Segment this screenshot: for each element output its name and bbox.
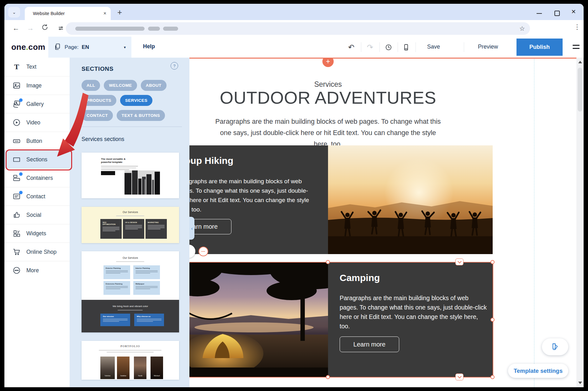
sidebar-item-widgets[interactable]: Widgets — [4, 224, 70, 242]
scrollbar-thumb[interactable] — [578, 68, 582, 112]
panel-title: SECTIONS — [82, 65, 114, 72]
window-minimize-button[interactable] — [537, 13, 542, 14]
portfolio-photo: Sabrina — [100, 357, 115, 379]
hiking-text-panel[interactable]: Group Hiking Paragraphs are the main bui… — [189, 145, 328, 254]
mobile-preview-icon[interactable] — [401, 43, 411, 52]
intro-paragraph[interactable]: Paragraphs are the main building blocks … — [214, 116, 442, 150]
hiking-learn-more-button[interactable]: Learn more — [189, 219, 231, 234]
thumb-card: MARKETING — [146, 219, 167, 239]
hiking-paragraph[interactable]: Paragraphs are the main building blocks … — [189, 177, 313, 214]
camping-learn-more-button[interactable]: Learn more — [340, 336, 399, 352]
scroll-down-arrow[interactable] — [578, 382, 582, 384]
save-button[interactable]: Save — [427, 44, 440, 50]
help-circle-icon[interactable]: ? — [171, 62, 178, 70]
filter-chips: ALL WELCOME ABOUT PRODUCTS SERVICES CONT… — [82, 80, 179, 121]
sidebar-item-containers[interactable]: Containers — [4, 169, 70, 187]
portfolio-photo: Sarah — [134, 357, 146, 379]
site-settings-icon[interactable] — [58, 25, 64, 33]
thumb-card: Wallpaper — [133, 281, 160, 295]
filter-chip-contact[interactable]: CONTACT — [82, 110, 113, 121]
selection-handle[interactable] — [326, 375, 330, 379]
filter-chip-welcome[interactable]: WELCOME — [104, 80, 137, 91]
url-omnibox[interactable]: ☆ — [66, 22, 530, 35]
toolbar-divider — [416, 42, 416, 52]
camping-paragraph[interactable]: Paragraphs are the main building blocks … — [340, 293, 487, 331]
filter-chip-text-buttons[interactable]: TEXT & BUTTONS — [117, 110, 165, 121]
filter-chip-about[interactable]: ABOUT — [141, 80, 167, 91]
back-icon[interactable]: ← — [13, 24, 19, 32]
camping-text-panel[interactable]: Camping Paragraphs are the main building… — [328, 263, 493, 377]
toolbar-divider — [464, 42, 464, 52]
image-icon — [12, 81, 21, 90]
sidebar-item-text[interactable]: T Text — [4, 58, 70, 76]
help-button[interactable]: Help — [143, 43, 155, 50]
preview-button[interactable]: Preview — [478, 44, 498, 50]
template-settings-button[interactable]: Template settings — [508, 364, 568, 378]
move-section-down-handle[interactable] — [455, 373, 464, 380]
notification-dot — [19, 98, 23, 102]
sidebar-item-more[interactable]: More — [4, 261, 70, 279]
scroll-up-arrow[interactable] — [578, 61, 582, 63]
theme-colors-button[interactable] — [542, 338, 568, 355]
camping-title[interactable]: Camping — [340, 273, 380, 283]
filter-chip-all[interactable]: ALL — [82, 80, 100, 91]
forward-icon[interactable]: → — [27, 24, 34, 32]
hiking-title[interactable]: Group Hiking — [189, 155, 233, 166]
section-thumbnail-versatile-template[interactable]: The most versatile & powerful template — [82, 153, 179, 198]
filter-chip-services[interactable]: SERVICES — [120, 95, 152, 106]
undo-icon[interactable]: ↶ — [347, 43, 356, 52]
section-thumbnail-painting-services[interactable]: Our Services Exterior Painting Interior … — [82, 251, 179, 332]
section-more-options-button[interactable]: ••• — [199, 247, 208, 256]
more-ellipsis-icon — [12, 266, 21, 275]
sidebar-item-button[interactable]: Button — [4, 132, 70, 150]
sidebar-item-online-shop[interactable]: Online Shop — [4, 242, 70, 261]
add-section-button[interactable]: + — [322, 58, 334, 67]
panel-collapse-tab[interactable]: ‹ — [189, 217, 194, 240]
thumb-card: SEO OPTIMIZATION — [100, 219, 122, 239]
window-close-button[interactable]: × — [571, 7, 576, 16]
blurred-url-segment — [163, 27, 178, 31]
browser-tab[interactable]: Website Builder × — [25, 7, 111, 20]
section-thumbnail-our-services-dark[interactable]: Our Services SEO OPTIMIZATION UX & DESIG… — [82, 207, 179, 243]
sidebar-item-social[interactable]: Social — [4, 206, 70, 224]
menu-hamburger-icon[interactable] — [573, 45, 580, 51]
panel-divider — [82, 127, 182, 127]
sidebar-item-sections[interactable]: Sections — [4, 150, 70, 169]
publish-button[interactable]: Publish — [516, 39, 563, 56]
thumb-card: Extensive Painting — [103, 281, 130, 295]
section-thumbnail-portfolio[interactable]: PORTFOLIO Sabrina Jasmine Sarah Michael — [82, 341, 179, 380]
hiking-photo[interactable] — [328, 145, 493, 254]
toolbar-divider — [361, 42, 361, 52]
selection-handle[interactable] — [490, 375, 495, 379]
thumb-button — [101, 171, 115, 175]
tab-close-icon[interactable]: × — [103, 11, 106, 16]
text-icon: T — [12, 62, 21, 72]
thumbs-up-icon — [12, 210, 21, 220]
page-selector[interactable]: Page: EN ▾ — [48, 37, 131, 58]
selection-handle[interactable] — [326, 260, 330, 264]
sidebar-item-contact[interactable]: Contact — [4, 187, 70, 206]
thumb-skyline-image — [124, 170, 160, 195]
services-eyebrow[interactable]: Services — [189, 80, 516, 89]
filter-chip-products[interactable]: PRODUCTS — [82, 95, 116, 106]
camping-photo[interactable] — [189, 263, 328, 377]
bookmark-star-icon[interactable]: ☆ — [519, 25, 525, 32]
blurred-url-segment — [75, 27, 145, 31]
history-icon[interactable] — [384, 43, 393, 52]
sidebar-item-image[interactable]: Image — [4, 76, 70, 95]
browser-menu-icon[interactable]: ⋮ — [574, 23, 580, 31]
reload-icon[interactable] — [41, 24, 48, 32]
selection-handle[interactable] — [490, 260, 495, 264]
sidebar-item-gallery[interactable]: Gallery — [4, 95, 70, 113]
sidebar-item-video[interactable]: Video — [4, 113, 70, 132]
vertical-scrollbar[interactable] — [576, 58, 584, 387]
move-section-down-handle[interactable] — [455, 258, 464, 265]
new-tab-button[interactable]: + — [117, 8, 122, 17]
page-value: EN — [82, 44, 89, 50]
tab-search-button[interactable]: ⌄ — [8, 7, 20, 18]
thumb-subtitle-placeholder — [99, 350, 162, 351]
redo-icon[interactable]: ↷ — [365, 43, 375, 52]
window-maximize-button[interactable] — [554, 11, 560, 16]
page-title[interactable]: OUTDOOR ADVENTURES — [189, 89, 516, 107]
selection-handle[interactable] — [490, 318, 495, 322]
